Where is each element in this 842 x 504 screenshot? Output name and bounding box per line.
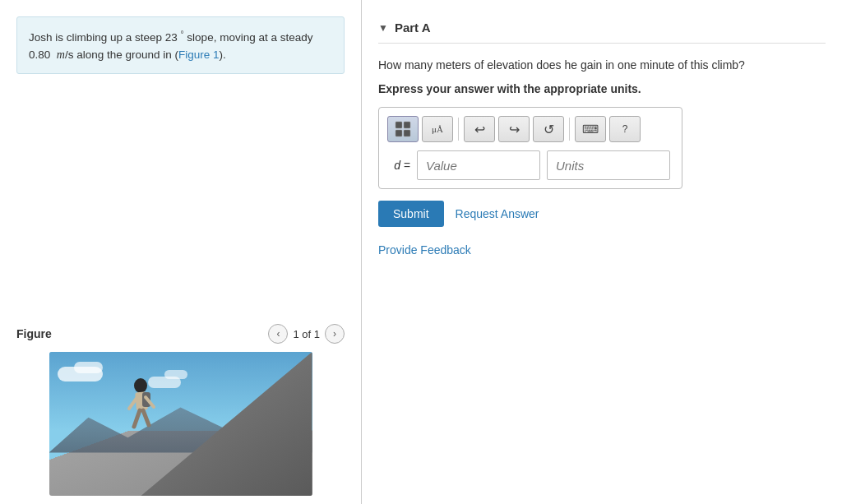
figure-link[interactable]: Figure 1 bbox=[178, 49, 220, 61]
svg-line-4 bbox=[143, 410, 149, 425]
figure-image bbox=[49, 352, 312, 496]
matrix-icon bbox=[395, 121, 411, 137]
answer-toolbar: μÅ ↩ ↪ ↺ ⌨ ? bbox=[387, 116, 673, 142]
keyboard-button[interactable]: ⌨ bbox=[575, 116, 606, 142]
toolbar-separator-2 bbox=[569, 118, 570, 141]
request-answer-link[interactable]: Request Answer bbox=[456, 207, 539, 220]
part-label: Part A bbox=[395, 21, 431, 35]
toolbar-separator-1 bbox=[458, 118, 459, 141]
figure-title: Figure bbox=[16, 327, 52, 340]
part-collapse-arrow[interactable]: ▼ bbox=[378, 22, 388, 34]
undo-button[interactable]: ↩ bbox=[464, 116, 495, 142]
undo-icon: ↩ bbox=[474, 122, 485, 137]
figure-header: Figure ‹ 1 of 1 › bbox=[16, 324, 345, 344]
svg-rect-7 bbox=[396, 122, 402, 128]
right-panel: ▼ Part A How many meters of elevation do… bbox=[362, 0, 842, 504]
problem-text-content: Josh is climbing up a steep 23 ° slope, … bbox=[29, 31, 312, 61]
provide-feedback-link[interactable]: Provide Feedback bbox=[378, 243, 471, 257]
problem-statement: Josh is climbing up a steep 23 ° slope, … bbox=[16, 16, 345, 74]
units-input[interactable] bbox=[547, 150, 670, 180]
help-button[interactable]: ? bbox=[609, 116, 641, 142]
redo-button[interactable]: ↪ bbox=[498, 116, 530, 142]
answer-instruction: Express your answer with the appropriate… bbox=[378, 82, 826, 95]
redo-icon: ↪ bbox=[509, 122, 520, 137]
prev-figure-button[interactable]: ‹ bbox=[268, 324, 288, 344]
cloud-2 bbox=[74, 362, 103, 373]
mu-icon: μÅ bbox=[432, 125, 443, 134]
action-row: Submit Request Answer bbox=[378, 201, 826, 227]
reset-icon: ↺ bbox=[544, 122, 554, 137]
svg-rect-10 bbox=[404, 130, 410, 136]
help-icon: ? bbox=[622, 123, 628, 135]
svg-rect-8 bbox=[404, 122, 410, 128]
cloud-4 bbox=[164, 370, 187, 379]
page-indicator: 1 of 1 bbox=[293, 328, 320, 340]
part-header: ▼ Part A bbox=[378, 12, 826, 44]
submit-button[interactable]: Submit bbox=[378, 201, 444, 227]
question-text: How many meters of elevation does he gai… bbox=[378, 57, 826, 74]
figure-section: Figure ‹ 1 of 1 › bbox=[16, 324, 345, 504]
left-panel: Josh is climbing up a steep 23 ° slope, … bbox=[0, 0, 362, 504]
svg-point-0 bbox=[134, 378, 147, 393]
answer-input-row: d = bbox=[387, 150, 673, 180]
reset-button[interactable]: ↺ bbox=[533, 116, 564, 142]
person-figure bbox=[118, 376, 163, 442]
svg-line-3 bbox=[134, 410, 140, 427]
svg-rect-9 bbox=[396, 130, 402, 136]
next-figure-button[interactable]: › bbox=[325, 324, 345, 344]
answer-box: μÅ ↩ ↪ ↺ ⌨ ? d = bbox=[378, 107, 682, 189]
units-symbols-button[interactable]: μÅ bbox=[422, 116, 453, 142]
figure-navigation: ‹ 1 of 1 › bbox=[268, 324, 345, 344]
keyboard-icon: ⌨ bbox=[582, 123, 599, 136]
variable-label: d = bbox=[387, 159, 410, 172]
value-input[interactable] bbox=[417, 150, 540, 180]
matrix-button[interactable] bbox=[387, 116, 419, 142]
